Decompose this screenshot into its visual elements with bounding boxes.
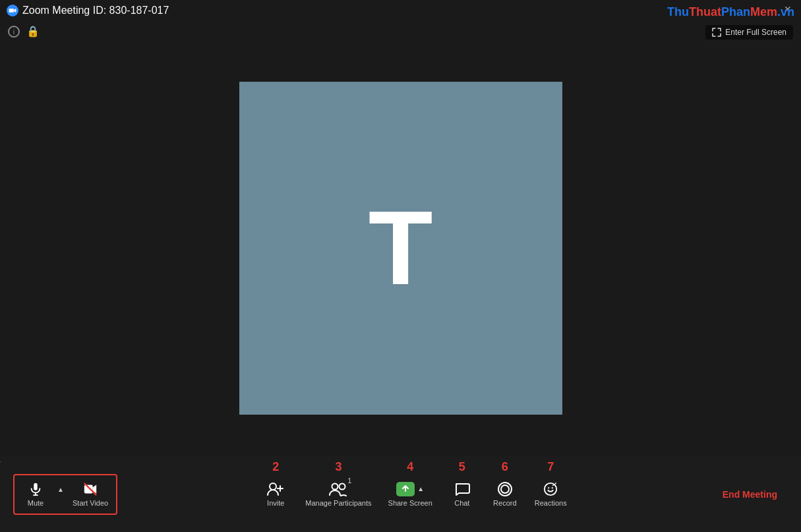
svg-point-9 [332, 483, 338, 489]
watermark-vn: .vn [777, 5, 794, 18]
record-icon [498, 482, 512, 496]
record-label: Record [493, 499, 516, 507]
main-content-area: T [0, 40, 801, 456]
watermark: ThuThuatPhanMem.vn [667, 5, 794, 19]
invite-icon [267, 482, 284, 496]
mute-button[interactable]: Mute [16, 477, 55, 512]
center-controls: 2 Invite 3 1 Manage Participants [117, 477, 712, 512]
info-label: i [13, 28, 15, 36]
participants-count: 1 [347, 477, 351, 485]
annotation-num-6: 6 [502, 460, 508, 474]
invite-label: Invite [267, 499, 284, 507]
annotation-num-7: 7 [547, 460, 554, 474]
svg-point-12 [548, 487, 549, 488]
share-up-arrow-icon [401, 485, 410, 494]
mute-label: Mute [28, 499, 44, 507]
share-screen-caret[interactable]: ▲ [417, 485, 424, 492]
titlebar-title: Zoom Meeting ID: 830-187-017 [22, 5, 169, 16]
manage-participants-button[interactable]: 3 1 Manage Participants [299, 477, 378, 512]
reactions-icon [543, 482, 558, 496]
annotation-num-4: 4 [407, 460, 413, 474]
watermark-phan: Phan [721, 5, 750, 18]
watermark-thu: Thu [667, 5, 689, 18]
svg-point-10 [340, 483, 345, 489]
annotation-num-5: 5 [459, 460, 465, 474]
mute-video-group: Mute ▲ Start Video [13, 474, 117, 515]
manage-participants-label: Manage Participants [305, 499, 371, 507]
microphone-icon [28, 482, 43, 496]
expand-icon [712, 28, 721, 37]
lock-icon: 🔒 [26, 25, 40, 38]
share-screen-label: Share Screen [388, 499, 432, 507]
start-video-button[interactable]: Start Video [66, 477, 115, 512]
fullscreen-label: Enter Full Screen [725, 28, 786, 37]
watermark-mem: Mem [750, 5, 777, 18]
end-meeting-label: End Meeting [723, 489, 777, 500]
chat-icon [454, 482, 470, 496]
annotation-num-2: 2 [272, 460, 279, 474]
avatar-letter: T [369, 195, 433, 301]
camera-off-icon [82, 482, 98, 496]
info-icon[interactable]: i [8, 26, 20, 38]
fullscreen-button[interactable]: Enter Full Screen [705, 25, 793, 40]
mute-caret[interactable]: ▲ [55, 486, 66, 493]
infobar: i 🔒 [0, 21, 47, 42]
zoom-logo-icon [7, 5, 18, 16]
svg-point-11 [545, 483, 556, 494]
svg-rect-4 [84, 485, 93, 493]
end-meeting-button[interactable]: End Meeting [712, 484, 788, 505]
chat-label: Chat [454, 499, 469, 507]
svg-point-13 [552, 487, 553, 488]
reactions-label: Reactions [535, 499, 567, 507]
svg-point-6 [270, 483, 276, 490]
left-controls: 1 Mute ▲ [13, 474, 117, 515]
share-screen-button[interactable]: 4 ▲ Share Screen [382, 477, 439, 512]
annotation-num-3: 3 [335, 460, 341, 474]
watermark-thuat: Thuat [689, 5, 721, 18]
video-tile: T [239, 82, 562, 415]
chat-button[interactable]: 5 Chat [442, 477, 482, 512]
invite-button[interactable]: 2 Invite [256, 477, 295, 512]
reactions-button[interactable]: 7 Reactions [528, 477, 574, 512]
start-video-label: Start Video [73, 499, 108, 507]
participants-icon [329, 482, 347, 496]
toolbar: 1 Mute ▲ [0, 456, 801, 532]
record-button[interactable]: 6 Record [485, 477, 525, 512]
svg-rect-1 [34, 483, 38, 490]
